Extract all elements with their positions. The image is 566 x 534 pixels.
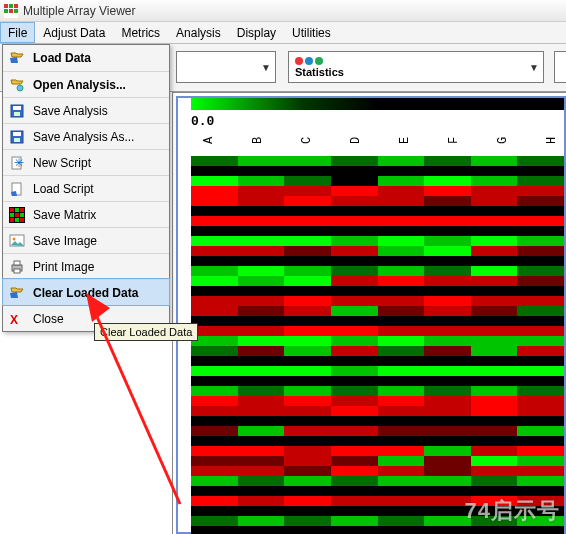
heatmap-row bbox=[191, 366, 564, 376]
svg-point-7 bbox=[17, 85, 23, 91]
watermark: 74启示号 bbox=[465, 496, 560, 526]
heatmap-col-label: B bbox=[251, 130, 265, 144]
svg-rect-19 bbox=[15, 208, 19, 212]
heatmap-row bbox=[191, 206, 564, 216]
menu-item-label: Save Image bbox=[33, 234, 97, 248]
file-menu-item-load-script[interactable]: Load Script bbox=[3, 175, 169, 201]
svg-rect-6 bbox=[14, 9, 18, 13]
menu-analysis[interactable]: Analysis bbox=[168, 22, 229, 43]
svg-rect-1 bbox=[4, 4, 8, 8]
heatmap-row bbox=[191, 436, 564, 446]
heatmap-column-labels: ABCDEFGH bbox=[202, 130, 559, 144]
file-menu-item-print-image[interactable]: Print Image bbox=[3, 253, 169, 279]
heatmap-col-label: C bbox=[300, 130, 314, 144]
menu-utilities[interactable]: Utilities bbox=[284, 22, 339, 43]
heatmap-row bbox=[191, 466, 564, 476]
disk-icon bbox=[9, 103, 25, 119]
heatmap-row bbox=[191, 486, 564, 496]
heatmap-col-label: H bbox=[545, 130, 559, 144]
file-menu-item-save-analysis[interactable]: Save Analysis bbox=[3, 97, 169, 123]
menu-item-label: Save Analysis bbox=[33, 104, 108, 118]
file-menu-item-clear-loaded-data[interactable]: Clear Loaded Data bbox=[3, 279, 169, 305]
heatmap-row bbox=[191, 156, 564, 166]
open-icon bbox=[9, 77, 25, 93]
image-icon bbox=[9, 233, 25, 249]
heatmap-inner: 0.0 ABCDEFGH 74启示号 bbox=[176, 96, 566, 534]
heatmap-row bbox=[191, 476, 564, 486]
svg-rect-12 bbox=[13, 132, 21, 136]
file-menu-item-save-image[interactable]: Save Image bbox=[3, 227, 169, 253]
svg-rect-20 bbox=[20, 208, 24, 212]
toolbar-combo-statistics[interactable]: Statistics ▼ bbox=[288, 51, 544, 83]
heatmap-row bbox=[191, 316, 564, 326]
svg-rect-4 bbox=[4, 9, 8, 13]
svg-rect-2 bbox=[9, 4, 13, 8]
menu-item-label: Open Analysis... bbox=[33, 78, 126, 92]
heatmap-row bbox=[191, 266, 564, 276]
window-titlebar: Multiple Array Viewer bbox=[0, 0, 566, 22]
heatmap-row bbox=[191, 406, 564, 416]
svg-text:✳: ✳ bbox=[14, 156, 24, 170]
heatmap-row bbox=[191, 166, 564, 176]
heatmap-row bbox=[191, 296, 564, 306]
heatmap-row bbox=[191, 236, 564, 246]
heatmap-row bbox=[191, 416, 564, 426]
heatmap-row bbox=[191, 186, 564, 196]
load-icon bbox=[9, 50, 25, 66]
heatmap-row bbox=[191, 276, 564, 286]
svg-rect-23 bbox=[20, 213, 24, 217]
svg-rect-13 bbox=[14, 138, 20, 142]
file-menu-item-open-analysis[interactable]: Open Analysis... bbox=[3, 71, 169, 97]
menu-item-label: Load Script bbox=[33, 182, 94, 196]
menu-display[interactable]: Display bbox=[229, 22, 284, 43]
heatmap-rows bbox=[191, 156, 564, 534]
heatmap-col-label: A bbox=[202, 130, 216, 144]
heatmap-col-label: F bbox=[447, 130, 461, 144]
menu-item-label: Print Image bbox=[33, 260, 94, 274]
statistics-icon bbox=[295, 57, 323, 65]
heatmap-row bbox=[191, 526, 564, 534]
file-menu-dropdown: Load DataOpen Analysis...Save AnalysisSa… bbox=[2, 44, 170, 332]
svg-rect-26 bbox=[20, 218, 24, 222]
heatmap-col-label: E bbox=[398, 130, 412, 144]
heatmap-row bbox=[191, 286, 564, 296]
heatmap-gradient bbox=[191, 98, 564, 110]
heatmap-row bbox=[191, 176, 564, 186]
heatmap-row bbox=[191, 376, 564, 386]
matrix-icon bbox=[9, 207, 25, 223]
heatmap-row bbox=[191, 246, 564, 256]
menubar: File Adjust Data Metrics Analysis Displa… bbox=[0, 22, 566, 44]
svg-rect-31 bbox=[14, 269, 20, 273]
file-menu-item-new-script[interactable]: ✳New Script bbox=[3, 149, 169, 175]
menu-item-label: New Script bbox=[33, 156, 91, 170]
heatmap-row bbox=[191, 256, 564, 266]
svg-rect-22 bbox=[15, 213, 19, 217]
tooltip: Clear Loaded Data bbox=[94, 323, 198, 341]
menu-item-label: Save Analysis As... bbox=[33, 130, 134, 144]
file-menu-item-load-data[interactable]: Load Data bbox=[3, 45, 169, 71]
menu-item-label: Save Matrix bbox=[33, 208, 96, 222]
heatmap-row bbox=[191, 216, 564, 226]
heatmap-row bbox=[191, 356, 564, 366]
menu-adjust-data[interactable]: Adjust Data bbox=[35, 22, 113, 43]
heatmap-row bbox=[191, 326, 564, 336]
heatmap-row bbox=[191, 446, 564, 456]
menu-metrics[interactable]: Metrics bbox=[113, 22, 168, 43]
clear-icon bbox=[9, 285, 25, 301]
file-menu-item-save-matrix[interactable]: Save Matrix bbox=[3, 201, 169, 227]
svg-rect-9 bbox=[13, 106, 21, 110]
svg-rect-10 bbox=[14, 112, 20, 116]
toolbar-combo-3[interactable] bbox=[554, 51, 566, 83]
menu-file[interactable]: File bbox=[0, 22, 35, 43]
menu-item-label: Load Data bbox=[33, 51, 91, 65]
heatmap-row bbox=[191, 196, 564, 206]
chevron-down-icon: ▼ bbox=[529, 62, 539, 73]
heatmap-col-label: D bbox=[349, 130, 363, 144]
svg-text:X: X bbox=[10, 313, 18, 327]
file-menu-item-save-analysis-as[interactable]: Save Analysis As... bbox=[3, 123, 169, 149]
toolbar-combo-1[interactable]: ▼ bbox=[176, 51, 276, 83]
menu-item-label: Close bbox=[33, 312, 64, 326]
heatmap-row bbox=[191, 336, 564, 346]
svg-rect-5 bbox=[9, 9, 13, 13]
heatmap-row bbox=[191, 456, 564, 466]
